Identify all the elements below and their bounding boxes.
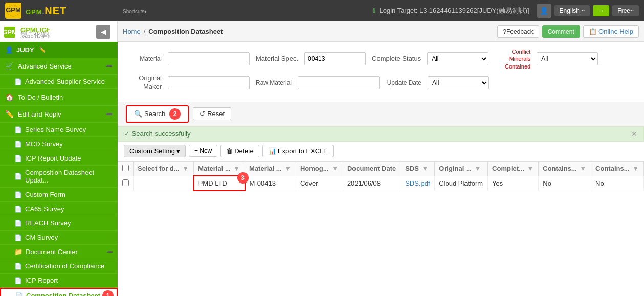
sidebar-item-composition-datasheet[interactable]: 📄 Composition Datasheet 1: [0, 288, 118, 296]
logo-area: GPM GPM.NET: [5, 3, 123, 19]
new-button[interactable]: + New: [189, 145, 217, 157]
delete-button[interactable]: 🗑 Delete: [220, 145, 259, 157]
sidebar-item-cm[interactable]: 📄 CM Survey: [0, 231, 118, 245]
col-header-complet[interactable]: Complet... ▼: [488, 161, 539, 176]
col-header-material-spec[interactable]: Material ... ▼: [245, 161, 296, 176]
custom-dropdown-icon: ▾: [176, 147, 180, 155]
cart-icon: 🛒: [5, 62, 14, 70]
step-badge-2: 2: [169, 108, 181, 120]
home-link[interactable]: Home: [123, 28, 141, 35]
table-header: Select for d... ▼ Material ... ▼ Materia…: [118, 161, 644, 176]
help-button[interactable]: 📋 Online Help: [583, 25, 639, 38]
row-sds-cell[interactable]: SDS.pdf: [401, 176, 435, 191]
user-icon[interactable]: 👤: [537, 4, 551, 18]
edit-icon: ✏️: [5, 110, 14, 118]
sort-icon-complet: ▼: [527, 165, 534, 172]
search-button[interactable]: 🔍 Search 2: [126, 105, 189, 123]
material-spec-label: Material Spec.: [256, 55, 298, 63]
collapse-icon-edit: ➖: [105, 111, 113, 118]
col-header-doc-date[interactable]: Document Date: [343, 161, 401, 176]
row-checkbox-cell[interactable]: [118, 176, 134, 191]
select-all-header[interactable]: [118, 161, 134, 176]
sidebar-label-mcd: MCD Survey: [25, 140, 63, 148]
data-table: Select for d... ▼ Material ... ▼ Materia…: [118, 161, 644, 192]
sidebar-item-advanced-service[interactable]: 🛒 Advanced Service ➖: [0, 58, 118, 75]
material-input[interactable]: [168, 52, 250, 65]
sidebar-item-reach[interactable]: 📄 REACH Survey: [0, 216, 118, 231]
table-toolbar: Custom Setting ▾ + New 🗑 Delete 📊 Export…: [118, 142, 644, 161]
col-header-sds[interactable]: SDS ▼: [401, 161, 435, 176]
free-button[interactable]: Free~: [612, 5, 639, 16]
mat-spec-text: Material Spec.: [256, 55, 298, 63]
col-header-contains1[interactable]: Contains... ▼: [539, 161, 591, 176]
conflict-minerals-select[interactable]: All: [537, 52, 598, 65]
conflict-minerals-text: Conflict: [495, 48, 530, 55]
sidebar-item-todo[interactable]: 🏠 To-Do / Bulletin: [0, 89, 118, 106]
sidebar-label-comp-update: Composition Datasheet Updat...: [25, 169, 113, 184]
select-all-checkbox[interactable]: [122, 165, 129, 171]
exit-button[interactable]: →: [593, 5, 609, 16]
collapse-icon-docs: ➖: [106, 249, 113, 255]
material-name-value: PMD LTD: [198, 179, 227, 187]
reset-icon: ↺: [199, 110, 205, 118]
language-button[interactable]: English ~: [554, 5, 590, 16]
col-header-select-for[interactable]: Select for d... ▼: [134, 161, 194, 176]
feedback-button[interactable]: ?Feedback: [497, 25, 539, 38]
second-header: GPM GPMLIGHT 製品化學物質管理雲端平台 ◀ Home / Compo…: [0, 21, 644, 42]
sidebar-item-icp-report[interactable]: 📄 ICP Report: [0, 274, 118, 288]
sort-icon-select: ▼: [182, 165, 189, 172]
success-message: ✓ Search successfully ✕: [118, 126, 644, 142]
comment-button[interactable]: Comment: [542, 25, 580, 38]
original-maker-input[interactable]: [168, 76, 250, 89]
search-actions: 🔍 Search 2 ↺ Reset: [118, 102, 644, 126]
sidebar-item-edit-reply[interactable]: ✏️ Edit and Reply ➖: [0, 106, 118, 123]
update-date-select[interactable]: All: [428, 76, 489, 89]
delete-label: Delete: [234, 147, 254, 155]
orig-maker-label: Original Maker: [126, 74, 162, 92]
sidebar-item-ca65[interactable]: 📄 CA65 Survey: [0, 202, 118, 216]
raw-material-label: Raw Material: [256, 79, 292, 86]
complete-status-text: Complete Status: [372, 55, 421, 63]
col-header-contains2[interactable]: Contains... ▼: [591, 161, 644, 176]
header-buttons: 👤 English ~ → Free~: [537, 4, 639, 18]
step-badge-3: 3: [237, 172, 249, 184]
shortcuts-label: Shortcuts: [123, 9, 144, 14]
sidebar-item-icp-update[interactable]: 📄 ICP Report Update: [0, 151, 118, 166]
sidebar-item-series-survey[interactable]: 📄 Series Name Survey: [0, 123, 118, 137]
row-material-name-cell[interactable]: PMD LTD 3: [194, 176, 245, 191]
sidebar-label-icp-update: ICP Report Update: [25, 154, 81, 162]
col-header-homog[interactable]: Homog... ▼: [296, 161, 343, 176]
reset-button[interactable]: ↺ Reset: [193, 107, 231, 120]
complete-status-select[interactable]: All: [427, 52, 488, 65]
conflict-minerals-text2: Minerals: [495, 55, 530, 62]
col-sds-label: SDS: [405, 165, 419, 172]
orig-label-text: Original: [126, 74, 162, 83]
shortcuts-button[interactable]: Shortcuts▾: [123, 7, 147, 15]
col-header-original[interactable]: Original ... ▼: [435, 161, 488, 176]
sidebar-item-certification[interactable]: 📄 Certification of Compliance: [0, 259, 118, 274]
row-doc-date-cell: 2021/06/08: [343, 176, 401, 191]
col-header-material-name[interactable]: Material ... ▼: [194, 161, 245, 176]
conflict-contained-text: Contained: [495, 63, 530, 70]
sidebar-item-custom-form[interactable]: 📄 Custom Form: [0, 188, 118, 202]
sidebar-item-document-center[interactable]: 📁 Document Center ➖: [0, 245, 118, 259]
col-material-name-label: Material ...: [198, 165, 231, 172]
help-label: Online Help: [598, 28, 633, 35]
raw-material-input[interactable]: [298, 76, 380, 89]
svg-text:GPM: GPM: [4, 28, 17, 36]
close-success-button[interactable]: ✕: [631, 130, 637, 138]
back-button[interactable]: ◀: [96, 25, 110, 39]
sidebar-label-advanced-supplier-service: Advanced Supplier Service: [25, 78, 105, 85]
sidebar-label-cm: CM Survey: [25, 234, 58, 241]
row-contains1-cell: No: [539, 176, 591, 191]
col-complet-label: Complet...: [492, 165, 524, 172]
export-button[interactable]: 📊 Export to EXCEL: [262, 145, 334, 157]
sidebar-item-composition-update[interactable]: 📄 Composition Datasheet Updat...: [0, 166, 118, 188]
sidebar-item-advanced-supplier-service[interactable]: 📄 Advanced Supplier Service: [0, 75, 118, 89]
sort-icon-contains1: ▼: [580, 165, 586, 172]
material-spec-input[interactable]: [304, 52, 366, 65]
row-checkbox[interactable]: [122, 179, 129, 186]
custom-setting-button[interactable]: Custom Setting ▾: [124, 145, 186, 157]
gpmlight-svg: GPM GPMLIGHT 製品化學物質管理雲端平台: [4, 24, 50, 39]
sidebar-item-mcd[interactable]: 📄 MCD Survey: [0, 137, 118, 151]
